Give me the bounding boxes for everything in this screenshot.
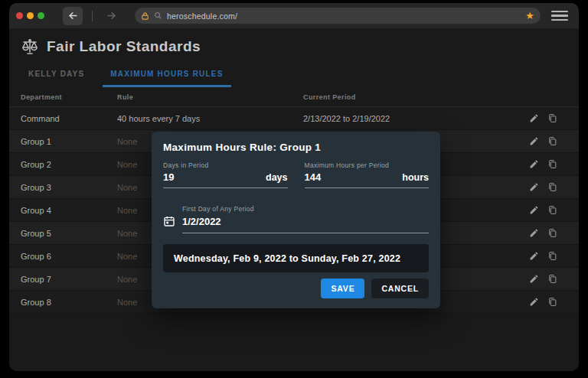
screen: heroschedule.com/ ★ Fair Labor Standards (0, 0, 588, 378)
first-day-field[interactable]: First Day of Any Period 1/2/2022 (163, 205, 429, 233)
max-hours-rule-dialog: Maximum Hours Rule: Group 1 Days in Peri… (152, 132, 440, 308)
browser-window: heroschedule.com/ ★ Fair Labor Standards (9, 3, 579, 371)
page-title: Fair Labor Standards (47, 38, 201, 55)
department-cell: Group 3 (9, 183, 117, 192)
search-icon (154, 11, 162, 20)
calendar-icon (163, 215, 175, 227)
period-summary: Wednesday, Feb 9, 2022 to Sunday, Feb 27… (163, 244, 429, 272)
save-button[interactable]: SAVE (321, 279, 364, 298)
edit-button[interactable] (528, 159, 539, 170)
menu-bar (551, 15, 568, 17)
max-hours-field[interactable]: Maximum Hours per Period 144 hours (305, 161, 430, 188)
edit-button[interactable] (528, 297, 539, 308)
back-button[interactable] (63, 7, 83, 25)
column-current-period: Current Period (303, 93, 528, 101)
copy-icon (547, 113, 557, 123)
max-hours-value[interactable]: 144 (305, 171, 322, 183)
menu-button[interactable] (551, 11, 568, 21)
hours-suffix: hours (402, 172, 429, 183)
cancel-button[interactable]: CANCEL (371, 279, 429, 298)
back-arrow-icon (67, 10, 79, 21)
edit-button[interactable] (528, 136, 539, 147)
copy-button[interactable] (547, 205, 557, 216)
menu-bar (551, 11, 568, 13)
days-in-period-field[interactable]: Days in Period 19 days (163, 161, 288, 188)
lock-icon (141, 11, 149, 21)
tab-maximum-hours-rules[interactable]: MAXIMUM HOURS RULES (103, 67, 230, 87)
copy-button[interactable] (547, 297, 557, 308)
pencil-icon (529, 228, 539, 238)
menu-bar (551, 19, 568, 21)
copy-icon (547, 205, 557, 215)
copy-icon (547, 136, 557, 146)
minimize-window-button[interactable] (27, 12, 34, 19)
current-period-cell: 2/13/2022 to 2/19/2022 (303, 114, 528, 123)
pencil-icon (529, 205, 539, 215)
forward-button[interactable] (101, 7, 121, 25)
copy-button[interactable] (547, 251, 557, 262)
edit-button[interactable] (528, 274, 539, 285)
first-day-value[interactable]: 1/2/2022 (182, 216, 221, 227)
pencil-icon (529, 274, 539, 284)
pencil-icon (529, 113, 539, 123)
pencil-icon (529, 159, 539, 169)
table-row-command: Command 40 hours every 7 days 2/13/2022 … (9, 107, 579, 130)
department-cell: Group 7 (9, 275, 117, 284)
address-bar[interactable]: heroschedule.com/ ★ (135, 8, 541, 24)
days-in-period-label: Days in Period (163, 161, 288, 169)
copy-icon (547, 297, 557, 307)
pencil-icon (529, 136, 539, 146)
scales-icon (21, 37, 39, 56)
forward-arrow-icon (106, 10, 117, 21)
toolbar-divider (92, 11, 93, 21)
copy-button[interactable] (547, 159, 557, 170)
traffic-lights (16, 12, 44, 19)
edit-button[interactable] (528, 113, 539, 124)
department-cell: Group 2 (9, 160, 117, 169)
copy-icon (547, 159, 557, 169)
edit-button[interactable] (528, 228, 539, 239)
dialog-footer: SAVE CANCEL (163, 279, 429, 298)
first-day-label: First Day of Any Period (182, 205, 429, 213)
copy-icon (547, 228, 557, 238)
pencil-icon (529, 182, 539, 192)
column-rule: Rule (117, 93, 303, 101)
department-cell: Group 4 (9, 206, 117, 215)
tab-bar: KELLY DAYS MAXIMUM HOURS RULES (9, 60, 579, 87)
maximize-window-button[interactable] (38, 12, 44, 19)
department-cell: Group 6 (9, 252, 117, 261)
copy-button[interactable] (547, 113, 557, 124)
days-in-period-value[interactable]: 19 (163, 171, 174, 183)
close-window-button[interactable] (16, 12, 23, 19)
edit-button[interactable] (528, 182, 539, 193)
department-cell: Group 5 (9, 229, 117, 238)
copy-button[interactable] (547, 274, 557, 285)
copy-button[interactable] (547, 136, 557, 147)
copy-button[interactable] (547, 228, 557, 239)
department-cell: Group 1 (9, 137, 117, 146)
table-header: Department Rule Current Period (9, 87, 579, 107)
pencil-icon (529, 251, 539, 261)
tab-kelly-days[interactable]: KELLY DAYS (21, 67, 92, 87)
department-cell: Group 8 (9, 298, 117, 307)
browser-toolbar: heroschedule.com/ ★ (9, 3, 579, 28)
days-suffix: days (266, 172, 288, 183)
copy-icon (547, 274, 557, 284)
dialog-title: Maximum Hours Rule: Group 1 (163, 142, 429, 153)
edit-button[interactable] (528, 251, 539, 262)
copy-icon (547, 251, 557, 261)
copy-icon (547, 182, 557, 192)
bookmark-star-icon[interactable]: ★ (525, 11, 534, 21)
url-text: heroschedule.com/ (167, 11, 525, 21)
page-header: Fair Labor Standards (9, 28, 579, 60)
edit-button[interactable] (528, 205, 539, 216)
column-department: Department (9, 93, 117, 101)
rule-cell: 40 hours every 7 days (117, 114, 303, 123)
max-hours-label: Maximum Hours per Period (305, 161, 430, 169)
department-cell: Command (9, 114, 117, 123)
copy-button[interactable] (547, 182, 557, 193)
pencil-icon (529, 297, 539, 307)
